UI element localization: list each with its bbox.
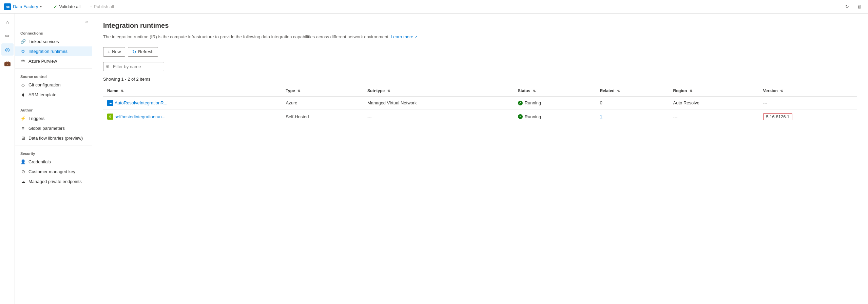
status-dot: [518, 114, 523, 119]
cell-version: 5.16.8126.1: [759, 109, 857, 124]
sort-icon-status[interactable]: ⇅: [533, 89, 536, 93]
filter-input[interactable]: [103, 62, 164, 71]
cell-related: 0: [596, 96, 669, 110]
sidebar-item-integration-runtimes[interactable]: ⚙ Integration runtimes: [15, 46, 92, 56]
sidebar-item-label: Git configuration: [28, 82, 61, 87]
topbar-right: ↻ 🗑: [842, 2, 864, 12]
main-layout: ⌂ ✏ ◎ 💼 « Connections 🔗 Linked services …: [0, 14, 868, 304]
sort-icon-name[interactable]: ⇅: [121, 89, 123, 93]
ir-name-link[interactable]: AutoResolveIntegrationR...: [115, 100, 167, 105]
sidebar-item-credentials[interactable]: 👤 Credentials: [15, 157, 92, 167]
toolbar: + New ↻ Refresh: [103, 47, 857, 57]
sort-icon-region[interactable]: ⇅: [690, 89, 692, 93]
sidebar-item-data-flow-libraries[interactable]: ⊞ Data flow libraries (preview): [15, 133, 92, 143]
cell-type: Azure: [282, 96, 363, 110]
sort-icon-version[interactable]: ⇅: [780, 89, 783, 93]
sidebar-item-label: Customer managed key: [28, 169, 75, 174]
learn-more-link[interactable]: Learn more ↗: [391, 34, 418, 39]
name-cell-wrap: ☁AutoResolveIntegrationR...: [107, 100, 278, 106]
sidebar-icon-monitor[interactable]: ◎: [1, 43, 14, 56]
refresh-topbar-icon: ↻: [845, 4, 849, 9]
status-badge: Running: [518, 114, 592, 119]
global-parameters-icon: ≡: [20, 126, 26, 131]
table-row: ☁AutoResolveIntegrationR...AzureManaged …: [103, 96, 857, 110]
validate-all-button[interactable]: ✓ Validate all: [50, 3, 84, 11]
publish-icon: ↑: [90, 4, 92, 9]
azure-purview-icon: 👁: [20, 59, 26, 64]
trash-icon: 🗑: [857, 4, 862, 9]
sidebar-item-git-configuration[interactable]: ◇ Git configuration: [15, 80, 92, 90]
new-icon: +: [108, 49, 110, 55]
sidebar-item-label: Triggers: [28, 116, 44, 121]
arm-template-icon: ⧫: [20, 92, 26, 97]
svg-text:DF: DF: [6, 5, 10, 9]
integration-runtimes-icon: ⚙: [20, 49, 26, 54]
filter-icon: ⊘: [106, 64, 109, 69]
sidebar-item-triggers[interactable]: ⚡ Triggers: [15, 114, 92, 123]
validate-icon: ✓: [53, 4, 57, 9]
publish-all-button[interactable]: ↑ Publish all: [86, 3, 117, 11]
sidebar-item-label: Data flow libraries (preview): [28, 136, 83, 141]
status-text: Running: [525, 100, 541, 105]
col-name: Name ⇅: [103, 86, 282, 96]
nav-section-author: Author: [15, 104, 92, 114]
cell-status: Running: [514, 109, 596, 124]
nav-section-security: Security: [15, 147, 92, 157]
cell-name: ☁AutoResolveIntegrationR...: [103, 96, 282, 110]
sidebar-collapse-button[interactable]: «: [84, 18, 89, 26]
nav-divider-1: [15, 68, 92, 68]
col-status: Status ⇅: [514, 86, 596, 96]
sidebar-item-label: Managed private endpoints: [28, 179, 82, 184]
status-badge: Running: [518, 100, 592, 105]
sidebar-item-managed-private-endpoints[interactable]: ☁ Managed private endpoints: [15, 177, 92, 186]
ir-name-link[interactable]: selfhostedintegrationrun...: [115, 114, 166, 119]
brand-label: Data Factory: [13, 4, 38, 9]
sidebar-item-arm-template[interactable]: ⧫ ARM template: [15, 90, 92, 100]
col-subtype: Sub-type ⇅: [363, 86, 514, 96]
refresh-button[interactable]: ↻ Refresh: [128, 47, 158, 57]
table-row: ⚙selfhostedintegrationrun...Self-Hosted-…: [103, 109, 857, 124]
sidebar-item-customer-managed-key[interactable]: ⊙ Customer managed key: [15, 167, 92, 177]
sort-icon-related[interactable]: ⇅: [617, 89, 620, 93]
cell-region: Auto Resolve: [669, 96, 759, 110]
cell-name: ⚙selfhostedintegrationrun...: [103, 109, 282, 124]
sidebar-item-global-parameters[interactable]: ≡ Global parameters: [15, 123, 92, 133]
refresh-topbar-button[interactable]: ↻: [842, 2, 852, 12]
col-related: Related ⇅: [596, 86, 669, 96]
status-text: Running: [525, 114, 541, 119]
trash-button[interactable]: 🗑: [854, 2, 864, 12]
version-highlighted: 5.16.8126.1: [763, 113, 793, 120]
nav-sidebar: « Connections 🔗 Linked services ⚙ Integr…: [15, 14, 92, 304]
sidebar-item-linked-services[interactable]: 🔗 Linked services: [15, 37, 92, 46]
sidebar-icon-home[interactable]: ⌂: [1, 16, 14, 28]
sidebar-icon-author[interactable]: ✏: [1, 30, 14, 42]
selfhosted-ir-icon: ⚙: [107, 114, 113, 120]
cell-subtype: Managed Virtual Network: [363, 96, 514, 110]
data-flow-libraries-icon: ⊞: [20, 136, 26, 141]
col-version: Version ⇅: [759, 86, 857, 96]
cell-status: Running: [514, 96, 596, 110]
cell-type: Self-Hosted: [282, 109, 363, 124]
brand-dropdown-icon[interactable]: ▾: [40, 5, 42, 8]
cell-subtype: ---: [363, 109, 514, 124]
sort-icon-type[interactable]: ⇅: [297, 89, 300, 93]
cell-version: ---: [759, 96, 857, 110]
sidebar-icon-manage[interactable]: 💼: [1, 57, 14, 69]
sidebar-item-label: Linked services: [28, 39, 59, 44]
credentials-icon: 👤: [20, 159, 26, 164]
new-button[interactable]: + New: [103, 47, 125, 57]
sidebar-item-azure-purview[interactable]: 👁 Azure Purview: [15, 56, 92, 66]
external-link-icon: ↗: [414, 35, 418, 39]
brand-icon: DF: [4, 3, 11, 10]
nav-section-connections: Connections: [15, 27, 92, 37]
nav-divider-3: [15, 145, 92, 145]
customer-managed-key-icon: ⊙: [20, 169, 26, 174]
refresh-icon: ↻: [132, 49, 136, 55]
related-link[interactable]: 1: [600, 114, 602, 119]
content-area: Integration runtimes The integration run…: [92, 14, 868, 304]
linked-services-icon: 🔗: [20, 39, 26, 44]
sort-icon-subtype[interactable]: ⇅: [387, 89, 390, 93]
name-cell-wrap: ⚙selfhostedintegrationrun...: [107, 114, 278, 120]
cell-related: 1: [596, 109, 669, 124]
icon-sidebar: ⌂ ✏ ◎ 💼: [0, 14, 15, 304]
